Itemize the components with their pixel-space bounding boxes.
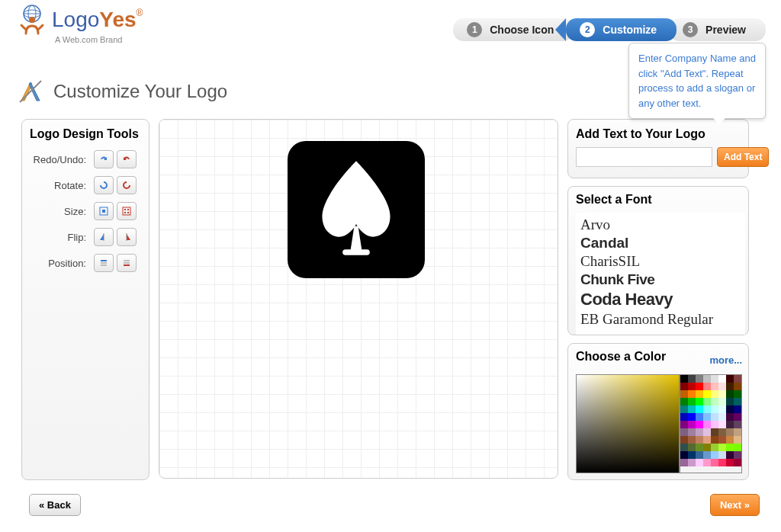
color-swatch[interactable] (734, 375, 741, 383)
font-item[interactable]: Arvo (580, 216, 741, 234)
color-swatch[interactable] (696, 451, 703, 459)
color-swatch[interactable] (726, 436, 734, 444)
color-swatch[interactable] (734, 459, 741, 466)
position-front-button[interactable] (94, 254, 114, 272)
color-swatch[interactable] (688, 459, 696, 466)
color-swatch[interactable] (688, 405, 696, 413)
color-swatch[interactable] (696, 398, 703, 405)
font-item[interactable]: Coda Heavy (580, 289, 741, 310)
color-swatch[interactable] (703, 459, 711, 466)
color-swatch[interactable] (711, 405, 718, 413)
color-swatch[interactable] (734, 413, 741, 421)
color-swatch[interactable] (711, 413, 718, 421)
color-swatch[interactable] (734, 444, 741, 451)
color-swatch[interactable] (703, 413, 711, 421)
font-item[interactable]: EB Garamond Regular (580, 310, 741, 328)
color-swatch[interactable] (696, 383, 703, 390)
size-down-button[interactable] (117, 202, 137, 220)
color-swatch[interactable] (703, 375, 711, 383)
color-swatch[interactable] (688, 390, 696, 398)
font-item[interactable]: Candal (580, 234, 741, 252)
color-swatch[interactable] (734, 451, 741, 459)
color-swatch[interactable] (696, 421, 703, 428)
color-swatch[interactable] (734, 428, 741, 436)
color-swatch[interactable] (726, 398, 734, 405)
color-swatch[interactable] (696, 375, 703, 383)
logo-canvas[interactable] (159, 119, 558, 479)
color-swatch[interactable] (718, 375, 726, 383)
color-swatch[interactable] (703, 421, 711, 428)
undo-button[interactable] (117, 150, 137, 168)
back-button[interactable]: « Back (29, 494, 81, 516)
color-swatch[interactable] (703, 405, 711, 413)
color-swatch[interactable] (703, 398, 711, 405)
color-swatch[interactable] (688, 444, 696, 451)
color-swatch[interactable] (718, 413, 726, 421)
color-swatch[interactable] (711, 436, 718, 444)
color-swatch[interactable] (718, 405, 726, 413)
size-up-button[interactable] (94, 202, 114, 220)
color-swatch[interactable] (680, 451, 688, 459)
color-swatch[interactable] (696, 413, 703, 421)
color-swatch[interactable] (703, 390, 711, 398)
next-button[interactable]: Next » (710, 494, 760, 516)
color-swatch[interactable] (696, 428, 703, 436)
color-swatch[interactable] (680, 390, 688, 398)
color-swatch[interactable] (718, 451, 726, 459)
color-swatch[interactable] (711, 398, 718, 405)
color-swatch[interactable] (680, 421, 688, 428)
color-swatch[interactable] (688, 421, 696, 428)
color-swatch[interactable] (680, 405, 688, 413)
add-text-button[interactable]: Add Text (717, 147, 769, 167)
color-swatch[interactable] (711, 428, 718, 436)
color-swatch[interactable] (726, 390, 734, 398)
color-swatch[interactable] (711, 459, 718, 466)
color-swatch[interactable] (703, 383, 711, 390)
color-swatch[interactable] (696, 436, 703, 444)
color-swatch[interactable] (726, 421, 734, 428)
color-swatch[interactable] (734, 383, 741, 390)
color-swatch[interactable] (711, 444, 718, 451)
color-swatch[interactable] (680, 413, 688, 421)
color-swatch[interactable] (734, 390, 741, 398)
color-swatch[interactable] (680, 436, 688, 444)
color-swatch[interactable] (718, 428, 726, 436)
color-swatch[interactable] (688, 451, 696, 459)
color-swatches[interactable] (680, 374, 742, 473)
color-swatch[interactable] (726, 444, 734, 451)
color-swatch[interactable] (734, 421, 741, 428)
color-swatch[interactable] (734, 436, 741, 444)
position-back-button[interactable] (117, 254, 137, 272)
color-gradient-picker[interactable] (576, 374, 680, 473)
color-swatch[interactable] (680, 375, 688, 383)
color-swatch[interactable] (680, 383, 688, 390)
flip-horizontal-button[interactable] (94, 228, 114, 246)
color-swatch[interactable] (696, 444, 703, 451)
color-swatch[interactable] (734, 398, 741, 405)
font-list[interactable]: Arvo Candal CharisSIL Chunk Five Coda He… (576, 213, 745, 335)
color-swatch[interactable] (703, 428, 711, 436)
color-swatch[interactable] (703, 444, 711, 451)
color-swatch[interactable] (726, 383, 734, 390)
color-swatch[interactable] (726, 405, 734, 413)
color-swatch[interactable] (680, 398, 688, 405)
color-swatch[interactable] (711, 375, 718, 383)
color-swatch[interactable] (711, 383, 718, 390)
color-swatch[interactable] (726, 451, 734, 459)
color-swatch[interactable] (696, 459, 703, 466)
color-swatch[interactable] (680, 428, 688, 436)
flip-vertical-button[interactable] (117, 228, 137, 246)
color-swatch[interactable] (711, 390, 718, 398)
rotate-right-button[interactable] (117, 176, 137, 194)
step-preview[interactable]: 3 Preview (669, 18, 766, 41)
color-swatch[interactable] (688, 413, 696, 421)
color-swatch[interactable] (718, 436, 726, 444)
color-swatch[interactable] (688, 436, 696, 444)
color-swatch[interactable] (726, 428, 734, 436)
font-item[interactable]: Chunk Five (580, 271, 741, 289)
color-swatch[interactable] (718, 459, 726, 466)
color-swatch[interactable] (718, 398, 726, 405)
color-swatch[interactable] (726, 375, 734, 383)
step-customize[interactable]: 2 Customize (566, 18, 677, 41)
color-swatch[interactable] (688, 383, 696, 390)
